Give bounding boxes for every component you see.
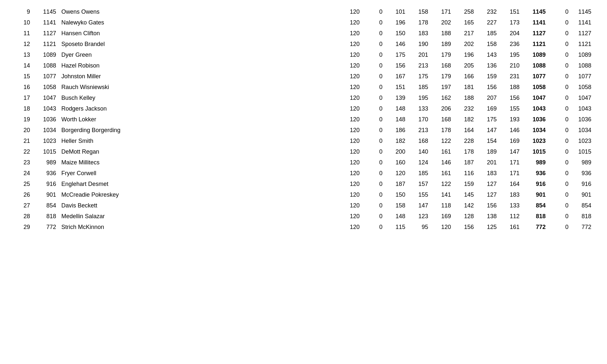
- rank-cell: 13: [13, 50, 33, 60]
- x2-cell: 1089: [571, 50, 594, 60]
- name-cell: Rodgers Jackson: [59, 103, 339, 114]
- table-row: 25 916 Englehart Desmet 120 0 187 157 12…: [13, 179, 594, 190]
- rank-cell: 10: [13, 17, 33, 28]
- score-cell: 1077: [33, 71, 59, 82]
- g1-cell: 120: [339, 60, 362, 71]
- g6-cell: 159: [454, 179, 476, 190]
- g2-cell: 0: [362, 114, 385, 125]
- g5-cell: 188: [431, 28, 454, 39]
- score-cell: 1015: [33, 146, 59, 157]
- x2-cell: 916: [571, 179, 594, 190]
- g2-cell: 0: [362, 50, 385, 60]
- rank-cell: 29: [13, 222, 33, 233]
- g7-cell: 156: [476, 200, 499, 211]
- x1-cell: 0: [548, 93, 571, 103]
- g7-cell: 158: [476, 39, 499, 50]
- g1-cell: 120: [339, 211, 362, 222]
- x2-cell: 1077: [571, 71, 594, 82]
- total-bold-cell: 1141: [522, 17, 548, 28]
- x1-cell: 0: [548, 114, 571, 125]
- g4-cell: 175: [408, 71, 431, 82]
- table-row: 12 1121 Sposeto Brandel 120 0 146 190 18…: [13, 39, 594, 50]
- g6-cell: 202: [454, 39, 476, 50]
- table-row: 11 1127 Hansen Clifton 120 0 150 183 188…: [13, 28, 594, 39]
- g4-cell: 183: [408, 28, 431, 39]
- name-cell: Busch Kelley: [59, 93, 339, 103]
- g6-cell: 128: [454, 211, 476, 222]
- g6-cell: 182: [454, 114, 476, 125]
- g4-cell: 185: [408, 82, 431, 93]
- g3-cell: 146: [385, 39, 408, 50]
- g3-cell: 148: [385, 114, 408, 125]
- g3-cell: 182: [385, 136, 408, 146]
- g4-cell: 213: [408, 125, 431, 136]
- total-bold-cell: 916: [522, 179, 548, 190]
- g1-cell: 120: [339, 157, 362, 168]
- g2-cell: 0: [362, 146, 385, 157]
- name-cell: Heller Smith: [59, 136, 339, 146]
- g6-cell: 188: [454, 93, 476, 103]
- g7-cell: 127: [476, 179, 499, 190]
- score-cell: 1047: [33, 93, 59, 103]
- x1-cell: 0: [548, 200, 571, 211]
- g8-cell: 164: [499, 179, 522, 190]
- g7-cell: 175: [476, 114, 499, 125]
- g6-cell: 217: [454, 28, 476, 39]
- score-cell: 1145: [33, 7, 59, 17]
- g5-cell: 120: [431, 222, 454, 233]
- g1-cell: 120: [339, 136, 362, 146]
- rank-cell: 25: [13, 179, 33, 190]
- score-cell: 1141: [33, 17, 59, 28]
- g5-cell: 161: [431, 168, 454, 179]
- g5-cell: 202: [431, 17, 454, 28]
- g1-cell: 120: [339, 125, 362, 136]
- name-cell: Owens Owens: [59, 7, 339, 17]
- g6-cell: 178: [454, 146, 476, 157]
- g3-cell: 167: [385, 71, 408, 82]
- rank-cell: 15: [13, 71, 33, 82]
- g2-cell: 0: [362, 157, 385, 168]
- table-row: 26 901 McCreadie Pokreskey 120 0 150 155…: [13, 190, 594, 200]
- g1-cell: 120: [339, 200, 362, 211]
- g4-cell: 168: [408, 136, 431, 146]
- g6-cell: 187: [454, 157, 476, 168]
- g4-cell: 170: [408, 114, 431, 125]
- g2-cell: 0: [362, 200, 385, 211]
- g7-cell: 143: [476, 50, 499, 60]
- x2-cell: 818: [571, 211, 594, 222]
- g3-cell: 186: [385, 125, 408, 136]
- g7-cell: 136: [476, 60, 499, 71]
- g3-cell: 187: [385, 179, 408, 190]
- g1-cell: 120: [339, 39, 362, 50]
- total-bold-cell: 854: [522, 200, 548, 211]
- g5-cell: 162: [431, 93, 454, 103]
- g6-cell: 156: [454, 222, 476, 233]
- x2-cell: 1047: [571, 93, 594, 103]
- g2-cell: 0: [362, 136, 385, 146]
- rank-cell: 16: [13, 82, 33, 93]
- table-row: 20 1034 Borgerding Borgerding 120 0 186 …: [13, 125, 594, 136]
- g2-cell: 0: [362, 190, 385, 200]
- total-bold-cell: 818: [522, 211, 548, 222]
- x1-cell: 0: [548, 190, 571, 200]
- g7-cell: 185: [476, 28, 499, 39]
- x2-cell: 1034: [571, 125, 594, 136]
- g7-cell: 169: [476, 103, 499, 114]
- rank-cell: 28: [13, 211, 33, 222]
- g8-cell: 231: [499, 71, 522, 82]
- g6-cell: 116: [454, 168, 476, 179]
- table-row: 23 989 Maize Millitecs 120 0 160 124 146…: [13, 157, 594, 168]
- g1-cell: 120: [339, 103, 362, 114]
- table-row: 9 1145 Owens Owens 120 0 101 158 171 258…: [13, 7, 594, 17]
- name-cell: Englehart Desmet: [59, 179, 339, 190]
- score-cell: 1036: [33, 114, 59, 125]
- total-bold-cell: 1121: [522, 39, 548, 50]
- g6-cell: 258: [454, 7, 476, 17]
- x2-cell: 854: [571, 200, 594, 211]
- g7-cell: 227: [476, 17, 499, 28]
- x1-cell: 0: [548, 60, 571, 71]
- x1-cell: 0: [548, 157, 571, 168]
- name-cell: Dyer Green: [59, 50, 339, 60]
- g5-cell: 179: [431, 50, 454, 60]
- g4-cell: 190: [408, 39, 431, 50]
